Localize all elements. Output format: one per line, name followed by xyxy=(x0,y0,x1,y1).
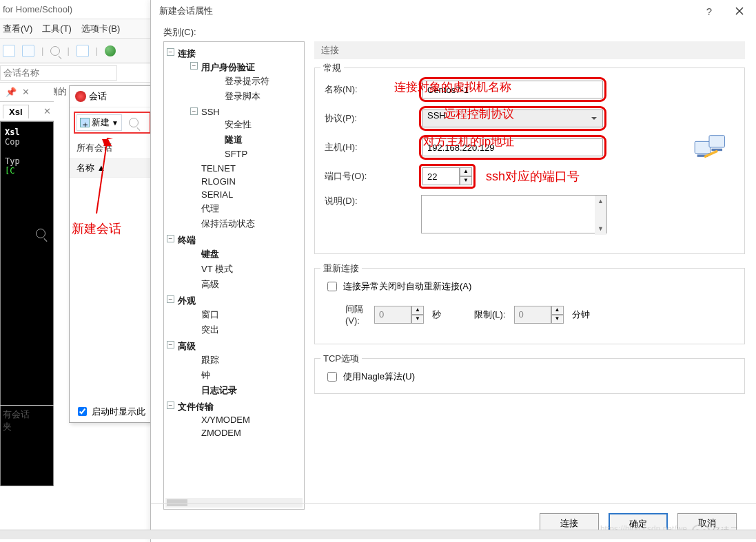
limit-up-icon: ▲ xyxy=(551,306,564,315)
nagle-label: 使用Nagle算法(U) xyxy=(343,371,415,383)
toolbar-globe-icon[interactable] xyxy=(105,45,116,56)
nagle-check[interactable]: 使用Nagle算法(U) xyxy=(325,370,735,384)
tree-filetransfer[interactable]: −文件传输 X/YMODEM ZMODEM xyxy=(167,399,301,441)
anno-ssh-port: ssh对应的端口号 xyxy=(486,168,580,185)
sessions-title: 会话 xyxy=(89,90,107,103)
tree-login-prompt[interactable]: 登录提示符 xyxy=(214,74,301,89)
tree-term-advanced[interactable]: 高级 xyxy=(190,277,301,292)
tree-window[interactable]: 窗口 xyxy=(190,307,301,322)
toolbar-search-icon[interactable] xyxy=(50,46,60,56)
category-label: 类别(C): xyxy=(163,26,745,39)
sessions-search-icon[interactable] xyxy=(129,118,139,127)
tree-security[interactable]: 安全性 xyxy=(214,117,301,132)
term-line-copy: Cop xyxy=(5,137,49,147)
anno-vm-name: 连接对象的虚拟机名称 xyxy=(394,79,511,95)
limit-down-icon: ▼ xyxy=(551,315,564,324)
terminal-tab[interactable]: Xsl xyxy=(3,105,29,118)
reconnect-fieldset: 重新连接 连接异常关闭时自动重新连接(A) 间隔(V): ▲▼ 秒 限制(L xyxy=(314,268,745,344)
sessions-icon xyxy=(75,91,86,102)
close-icon xyxy=(735,7,744,15)
left-faint-text: 有会话 夹 xyxy=(0,405,54,436)
dialog-titlebar[interactable]: 新建会话属性 ? xyxy=(151,0,756,22)
limit-label: 限制(L): xyxy=(474,309,506,321)
tcp-legend: TCP选项 xyxy=(320,353,362,365)
startup-show-checkbox[interactable] xyxy=(78,407,87,416)
panel-tab-header: 📌 ✕ xyxy=(0,83,54,102)
tree-connection[interactable]: −连接 −用户身份验证 登录提示符 登录脚本 −SSH 安全性 xyxy=(167,46,301,233)
port-down-icon[interactable]: ▼ xyxy=(460,176,472,185)
all-sessions-folder[interactable]: 所有会话 xyxy=(70,138,155,158)
tree-highlight[interactable]: 突出 xyxy=(190,322,301,337)
interval-input xyxy=(374,306,411,324)
main-h-scrollbar[interactable] xyxy=(0,530,756,539)
auto-reconnect-checkbox[interactable] xyxy=(327,282,337,291)
search-icon[interactable] xyxy=(36,229,45,238)
category-tree[interactable]: −连接 −用户身份验证 登录提示符 登录脚本 −SSH 安全性 xyxy=(163,41,305,510)
tree-terminal[interactable]: −终端 键盘 VT 模式 高级 xyxy=(167,233,301,293)
new-session-dropdown-icon[interactable]: ▼ xyxy=(112,119,119,127)
anno-remote-proto: 远程控制协议 xyxy=(444,106,514,122)
general-fieldset: 常规 名称(N): 协议(P): SSH 主机(H): xyxy=(314,67,745,254)
reconnect-legend: 重新连接 xyxy=(320,262,362,275)
port-up-icon[interactable]: ▲ xyxy=(460,167,472,176)
startup-show-check[interactable]: 启动时显示此 xyxy=(75,405,145,418)
tree-telnet[interactable]: TELNET xyxy=(190,162,301,175)
desc-textarea[interactable] xyxy=(421,195,607,233)
dialog-close-button[interactable] xyxy=(723,0,756,22)
dialog-help-icon[interactable]: ? xyxy=(695,6,723,17)
tree-auth[interactable]: −用户身份验证 登录提示符 登录脚本 xyxy=(190,60,301,105)
tree-serial[interactable]: SERIAL xyxy=(190,188,301,201)
menu-view[interactable]: 查看(V) xyxy=(3,23,32,35)
new-session-button[interactable]: ＋ 新建 ▼ xyxy=(76,114,122,131)
tree-appearance[interactable]: −外观 窗口 突出 xyxy=(167,293,301,339)
startup-show-label: 启动时显示此 xyxy=(92,406,145,418)
panel-close-icon[interactable]: ✕ xyxy=(22,87,30,97)
menu-tab[interactable]: 选项卡(B) xyxy=(81,23,120,35)
anno-new-session: 新建会话 xyxy=(72,220,121,237)
term-line-typ: Typ xyxy=(5,156,49,166)
tree-keepalive[interactable]: 保持活动状态 xyxy=(190,216,301,231)
toolbar-icon-1[interactable] xyxy=(3,45,15,57)
port-spinner[interactable]: ▲▼ xyxy=(422,167,472,185)
auto-reconnect-check[interactable]: 连接异常关闭时自动重新连接(A) xyxy=(325,280,735,293)
limit-input xyxy=(514,306,551,324)
protocol-label: 协议(P): xyxy=(325,112,421,125)
tree-sftp[interactable]: SFTP xyxy=(214,147,301,160)
new-session-label: 新建 xyxy=(92,116,110,129)
seconds-label: 秒 xyxy=(432,309,441,321)
toolbar-icon-2[interactable] xyxy=(22,45,34,57)
new-session-properties-dialog: 新建会话属性 ? 类别(C): −连接 −用户身份验证 登录提示符 登录脚本 xyxy=(150,0,756,542)
nagle-checkbox[interactable] xyxy=(327,372,337,382)
minutes-label: 分钟 xyxy=(572,309,590,321)
tree-ssh[interactable]: −SSH 安全性 隧道 SFTP xyxy=(190,105,301,162)
tree-login-script[interactable]: 登录脚本 xyxy=(214,89,301,104)
interval-label: 间隔(V): xyxy=(325,303,366,326)
tree-xymodem[interactable]: X/YMODEM xyxy=(190,413,301,426)
sessions-col-name[interactable]: 名称 ▲ xyxy=(70,158,155,178)
pin-icon[interactable]: 📌 xyxy=(6,87,17,97)
tree-logging[interactable]: 日志记录 xyxy=(190,383,301,398)
tree-keyboard[interactable]: 键盘 xyxy=(190,247,301,262)
interval-up-icon: ▲ xyxy=(411,306,424,315)
sessions-panel: 会话 ＋ 新建 ▼ 所有会话 名称 ▲ 启动时显示此 xyxy=(69,85,156,423)
host-label: 主机(H): xyxy=(325,141,421,154)
tree-trace[interactable]: 跟踪 xyxy=(190,353,301,368)
tree-zmodem[interactable]: ZMODEM xyxy=(190,426,301,439)
desc-scrollbar[interactable]: ▲▼ xyxy=(595,196,606,235)
menu-tools[interactable]: 工具(T) xyxy=(42,23,72,35)
tree-vtmode[interactable]: VT 模式 xyxy=(190,262,301,277)
tree-rlogin[interactable]: RLOGIN xyxy=(190,175,301,188)
tree-bell[interactable]: 钟 xyxy=(190,368,301,383)
port-input[interactable] xyxy=(422,167,460,185)
tree-proxy[interactable]: 代理 xyxy=(190,201,301,216)
tcp-fieldset: TCP选项 使用Nagle算法(U) xyxy=(314,358,745,394)
auto-reconnect-label: 连接异常关闭时自动重新连接(A) xyxy=(343,280,471,293)
limit-spinner: ▲▼ xyxy=(514,306,564,324)
tree-advanced[interactable]: −高级 跟踪 钟 日志记录 xyxy=(167,339,301,399)
panel-header: 连接 xyxy=(314,41,745,59)
tab-close-icon[interactable]: ✕ xyxy=(43,106,51,116)
tree-tunnel[interactable]: 隧道 xyxy=(214,132,301,147)
interval-spinner: ▲▼ xyxy=(374,306,424,324)
session-address-input[interactable] xyxy=(0,65,117,81)
toolbar-icon-3[interactable] xyxy=(76,45,89,57)
